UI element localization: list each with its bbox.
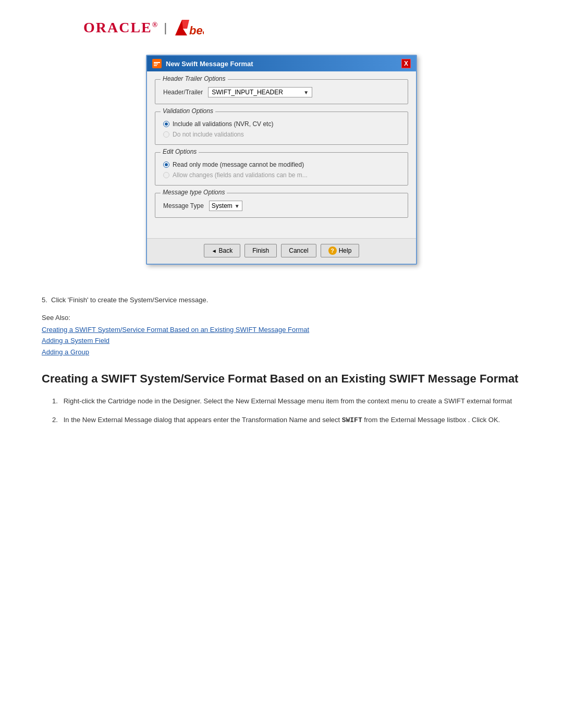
dialog-title-left: New Swift Message Format xyxy=(152,59,253,68)
numbered-list: 1. Right-click the Cartridge node in the… xyxy=(52,396,521,427)
validation-option2-label: Do not include validations xyxy=(173,131,244,138)
dialog-title-text: New Swift Message Format xyxy=(166,60,253,68)
svg-marker-1 xyxy=(182,20,189,29)
message-type-dropdown[interactable]: System ▼ xyxy=(209,201,242,211)
help-icon: ? xyxy=(328,246,337,255)
svg-rect-5 xyxy=(154,64,158,65)
list-item-2-text: In the New External Message dialog that … xyxy=(64,416,500,424)
list-item-1-text: Right-click the Cartridge node in the De… xyxy=(64,397,512,405)
link-adding-system-field[interactable]: Adding a System Field xyxy=(42,336,521,346)
help-button[interactable]: ? Help xyxy=(321,244,360,257)
header-trailer-label: Header/Trailer xyxy=(163,89,203,96)
edit-option2-label: Allow changes (fields and validations ca… xyxy=(173,171,308,179)
message-type-legend: Message type Options xyxy=(161,189,227,196)
header-trailer-legend: Header Trailer Options xyxy=(161,75,228,82)
validation-radio-2[interactable]: Do not include validations xyxy=(163,131,400,138)
header-trailer-group: Header Trailer Options Header/Trailer SW… xyxy=(155,79,408,104)
logo-area: ORACLE® | bea xyxy=(31,16,532,39)
back-arrow-icon: ◄ xyxy=(212,248,217,254)
logo-separator: | xyxy=(164,20,167,35)
section-heading: Creating a SWIFT System/Service Format B… xyxy=(42,372,521,387)
message-type-value: System xyxy=(212,202,232,209)
edit-radio-1[interactable]: Read only mode (message cannot be modifi… xyxy=(163,161,400,168)
message-type-group: Message type Options Message Type System… xyxy=(155,193,408,218)
header-trailer-value: SWIFT_INPUT_HEADER xyxy=(212,89,283,96)
radio-allow-changes[interactable] xyxy=(163,172,169,178)
dialog-buttons-bar: ◄ Back Finish Cancel ? Help xyxy=(147,238,416,264)
message-type-row: Message Type System ▼ xyxy=(163,201,400,211)
content-area: 5. Click 'Finish' to create the System/S… xyxy=(31,295,532,426)
message-type-label: Message Type xyxy=(163,202,204,209)
step5-text: 5. Click 'Finish' to create the System/S… xyxy=(42,295,521,305)
svg-rect-6 xyxy=(154,65,157,66)
list-item-1: 1. Right-click the Cartridge node in the… xyxy=(52,396,521,407)
link-adding-group[interactable]: Adding a Group xyxy=(42,347,521,357)
see-also-label: See Also: xyxy=(42,314,521,322)
message-type-arrow-icon: ▼ xyxy=(235,203,240,209)
dropdown-arrow-icon: ▼ xyxy=(303,90,309,95)
svg-rect-4 xyxy=(154,62,160,63)
edit-option1-label: Read only mode (message cannot be modifi… xyxy=(173,161,304,168)
svg-text:bea: bea xyxy=(189,24,204,37)
radio-read-only[interactable] xyxy=(163,162,169,168)
header-trailer-dropdown[interactable]: SWIFT_INPUT_HEADER ▼ xyxy=(208,87,312,97)
list-item-1-num: 1. xyxy=(52,397,62,405)
validation-option1-label: Include all validations (NVR, CV etc) xyxy=(173,120,273,128)
validation-options-group: Validation Options Include all validatio… xyxy=(155,112,408,145)
dialog-window: New Swift Message Format X Header Traile… xyxy=(146,55,417,265)
finish-button[interactable]: Finish xyxy=(244,244,277,257)
edit-options-group: Edit Options Read only mode (message can… xyxy=(155,152,408,186)
validation-legend: Validation Options xyxy=(161,107,215,115)
radio-no-validations[interactable] xyxy=(163,131,169,138)
list-item-2-num: 2. xyxy=(52,416,62,424)
bea-logo: bea xyxy=(173,16,204,39)
back-button[interactable]: ◄ Back xyxy=(204,244,241,257)
oracle-logo: ORACLE® xyxy=(83,19,158,36)
list-item-2: 2. In the New External Message dialog th… xyxy=(52,415,521,426)
header-trailer-row: Header/Trailer SWIFT_INPUT_HEADER ▼ xyxy=(163,87,400,97)
bea-logo-svg: bea xyxy=(173,16,204,39)
dialog-window-icon xyxy=(152,59,162,68)
dialog-close-button[interactable]: X xyxy=(401,59,411,68)
cancel-button[interactable]: Cancel xyxy=(281,244,316,257)
edit-legend: Edit Options xyxy=(161,148,199,155)
radio-include-validations[interactable] xyxy=(163,121,169,127)
dialog-body: Header Trailer Options Header/Trailer SW… xyxy=(147,71,416,238)
dialog-titlebar: New Swift Message Format X xyxy=(147,56,416,71)
validation-radio-1[interactable]: Include all validations (NVR, CV etc) xyxy=(163,120,400,128)
edit-radio-2[interactable]: Allow changes (fields and validations ca… xyxy=(163,171,400,179)
link-creating-swift[interactable]: Creating a SWIFT System/Service Format B… xyxy=(42,325,521,335)
